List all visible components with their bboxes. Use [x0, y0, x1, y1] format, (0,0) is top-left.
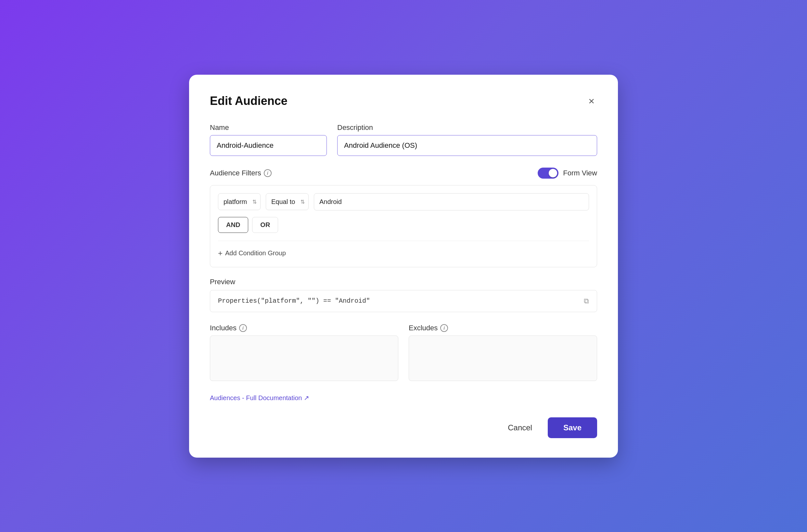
audience-filters-label: Audience Filters: [210, 169, 261, 177]
excludes-group: Excludes i: [409, 324, 597, 381]
filter-divider: [218, 241, 589, 241]
doc-link[interactable]: Audiences - Full Documentation ↗: [210, 394, 309, 402]
and-button[interactable]: AND: [218, 217, 248, 233]
form-view-toggle-row: Form View: [538, 168, 597, 178]
attribute-select[interactable]: platform: [218, 193, 261, 210]
modal-title: Edit Audience: [210, 94, 287, 108]
cancel-button[interactable]: Cancel: [500, 418, 540, 437]
filter-value-input[interactable]: [314, 193, 589, 210]
filters-box: platform Equal to AND OR + Add Condition…: [210, 185, 597, 267]
includes-textarea[interactable]: [210, 336, 398, 381]
logic-buttons: AND OR: [218, 217, 589, 233]
add-condition-label: Add Condition Group: [225, 249, 286, 257]
add-icon: +: [218, 249, 223, 258]
modal-header: Edit Audience ×: [210, 94, 597, 108]
excludes-textarea[interactable]: [409, 336, 597, 381]
excludes-label: Excludes: [409, 324, 438, 332]
save-button[interactable]: Save: [548, 417, 597, 438]
preview-section: Preview Properties("platform", "") == "A…: [210, 278, 597, 312]
name-desc-row: Name Description: [210, 124, 597, 156]
preview-box: Properties("platform", "") == "Android" …: [210, 290, 597, 312]
includes-info-icon[interactable]: i: [239, 324, 247, 332]
attribute-select-wrapper: platform: [218, 193, 261, 210]
operator-select-wrapper: Equal to: [266, 193, 308, 210]
includes-group: Includes i: [210, 324, 398, 381]
name-label: Name: [210, 124, 327, 132]
description-input[interactable]: [337, 135, 597, 156]
add-condition-group-button[interactable]: + Add Condition Group: [218, 247, 286, 259]
close-button[interactable]: ×: [586, 95, 597, 108]
includes-excludes-row: Includes i Excludes i: [210, 324, 597, 381]
description-group: Description: [337, 124, 597, 156]
preview-code: Properties("platform", "") == "Android": [218, 297, 370, 305]
includes-label: Includes: [210, 324, 237, 332]
description-label: Description: [337, 124, 597, 132]
audience-filters-info-icon[interactable]: i: [264, 169, 271, 177]
audience-filters-header: Audience Filters i Form View: [210, 168, 597, 178]
filter-row: platform Equal to: [218, 193, 589, 210]
excludes-label-group: Excludes i: [409, 324, 597, 332]
form-view-toggle[interactable]: [538, 168, 559, 178]
form-view-label: Form View: [563, 169, 597, 177]
includes-label-group: Includes i: [210, 324, 398, 332]
copy-icon[interactable]: ⧉: [584, 297, 589, 305]
preview-label: Preview: [210, 278, 597, 286]
audience-filters-label-group: Audience Filters i: [210, 169, 271, 177]
name-input[interactable]: [210, 135, 327, 156]
excludes-info-icon[interactable]: i: [440, 324, 448, 332]
modal-footer: Cancel Save: [210, 417, 597, 438]
operator-select[interactable]: Equal to: [266, 193, 308, 210]
or-button[interactable]: OR: [252, 217, 278, 233]
edit-audience-modal: Edit Audience × Name Description Audienc…: [189, 75, 618, 458]
name-group: Name: [210, 124, 327, 156]
